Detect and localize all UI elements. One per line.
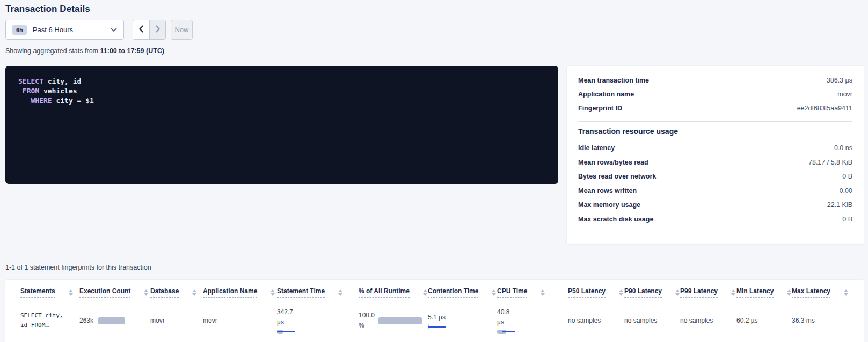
sort-icon[interactable] [271,289,275,296]
resource-row: Max scratch disk usage 0 B [578,212,852,227]
main-grid: SELECT city, id FROM vehicles WHERE city… [5,66,864,244]
summary-value: ee2df683f5aa9411 [797,105,852,112]
table-header-row: Statements Execution Count Database Appl… [5,280,864,306]
now-button[interactable]: Now [171,20,193,40]
summary-label: Application name [578,91,634,98]
sql-line: WHERE city = $1 [18,96,545,106]
prev-time-button[interactable] [133,20,149,39]
application-name-cell: movr [203,317,217,324]
sort-icon[interactable] [787,289,791,296]
summary-row: Application name movr [578,87,852,101]
resource-row: Mean rows/bytes read 78.17 / 5.8 KiB [578,155,852,170]
time-range-badge: 6h [12,25,27,35]
panel-divider [578,121,852,122]
resource-label: Bytes read over network [578,173,656,180]
section-divider [0,258,868,258]
statement-time-cell: 342.7µs [277,307,359,333]
max-latency-cell: 36.3 ms [792,317,815,324]
page-title: Transaction Details [5,0,864,14]
resource-value: 0 B [842,215,852,223]
execution-count-cell: 263k [79,317,150,324]
resource-label: Mean rows/bytes read [578,159,648,166]
sort-icon[interactable] [844,289,848,296]
resource-value: 0 B [842,173,852,180]
resource-value: 0.0 ns [834,144,852,152]
contention-time-cell: 5.1 µs [428,313,497,329]
resource-value: 0.00 [840,187,852,195]
chevron-right-icon [155,25,161,34]
time-range-label: Past 6 Hours [33,26,73,34]
cpu-time-bar [497,330,515,334]
resource-usage-heading: Transaction resource usage [578,127,852,136]
sort-icon[interactable] [144,289,148,296]
database-cell: movr [150,317,165,324]
resource-value: 22.1 KiB [827,201,852,209]
resource-label: Mean rows written [578,187,637,195]
summary-row: Mean transaction time 386.3 µs [578,73,852,87]
statements-table-caption: 1-1 of 1 statement fingerprints for this… [5,264,864,271]
p99-latency-cell: no samples [680,317,713,324]
stats-line-prefix: Showing aggregated stats from [5,47,100,55]
column-header-contention-time[interactable]: Contention Time [428,287,478,298]
summary-label: Mean transaction time [578,77,649,84]
sort-icon[interactable] [731,289,735,296]
statement-link[interactable]: SELECT city,id FROM… [20,311,79,330]
column-header-p50-latency[interactable]: P50 Latency [568,287,606,298]
transaction-summary-panel: Mean transaction time 386.3 µs Applicati… [567,66,864,244]
sort-icon[interactable] [541,289,545,296]
sort-icon[interactable] [423,289,427,296]
statement-row: SELECT city,id FROM… 263k movr movr 342.… [5,306,864,336]
resource-label: Idle latency [578,144,615,152]
column-header-cpu-time[interactable]: CPU Time [497,287,527,298]
summary-value: movr [837,91,852,98]
statements-table-card: Statements Execution Count Database Appl… [5,280,864,342]
p90-latency-cell: no samples [624,317,657,324]
stats-line-range: 11:00 to 17:59 (UTC) [100,47,164,55]
column-header-p90-latency[interactable]: P90 Latency [624,287,662,298]
summary-label: Fingerprint ID [578,105,622,112]
chevron-left-icon [138,25,144,34]
sort-icon[interactable] [69,289,73,296]
resource-label: Max memory usage [578,201,640,209]
sort-icon[interactable] [338,289,342,296]
resource-value: 78.17 / 5.8 KiB [808,159,852,166]
column-header-database[interactable]: Database [150,287,179,298]
summary-row: Fingerprint ID ee2df683f5aa9411 [578,101,852,115]
statements-table: Statements Execution Count Database Appl… [5,280,864,336]
runtime-pct-bar [378,317,422,324]
contention-time-bar [428,324,446,329]
sql-statement-box: SELECT city, id FROM vehicles WHERE city… [5,66,558,184]
column-header-runtime-pct[interactable]: % of All Runtime [359,287,410,298]
statement-time-bar [277,330,295,334]
column-header-execution-count[interactable]: Execution Count [79,287,130,298]
sort-icon[interactable] [192,289,196,296]
sort-icon[interactable] [492,289,496,296]
resource-label: Max scratch disk usage [578,215,653,223]
resource-row: Idle latency 0.0 ns [578,141,852,155]
runtime-pct-cell: 100.0% [359,310,428,330]
column-header-application-name[interactable]: Application Name [203,287,257,298]
column-header-max-latency[interactable]: Max Latency [792,287,830,298]
column-header-min-latency[interactable]: Min Latency [736,287,774,298]
column-header-statements[interactable]: Statements [20,287,55,298]
time-range-dropdown[interactable]: 6h Past 6 Hours [5,20,124,40]
resource-row: Bytes read over network 0 B [578,169,852,184]
column-header-statement-time[interactable]: Statement Time [277,287,325,298]
time-step-buttons [133,20,166,40]
time-controls: 6h Past 6 Hours Now [5,20,864,40]
execution-count-bar [98,317,125,324]
min-latency-cell: 60.2 µs [736,317,758,324]
resource-row: Mean rows written 0.00 [578,184,852,198]
next-time-button[interactable] [149,20,165,39]
aggregated-stats-line: Showing aggregated stats from 11:00 to 1… [5,47,864,55]
p50-latency-cell: no samples [568,317,601,324]
cpu-time-cell: 40.8µs [497,307,568,333]
chevron-down-icon [111,28,117,32]
sort-icon[interactable] [619,289,623,296]
transaction-details-page: Transaction Details 6h Past 6 Hours Now … [0,0,868,342]
sort-icon[interactable] [675,289,680,296]
sql-line: SELECT city, id [18,77,545,86]
resource-row: Max memory usage 22.1 KiB [578,198,852,212]
sql-line: FROM vehicles [18,86,545,96]
column-header-p99-latency[interactable]: P99 Latency [680,287,718,298]
